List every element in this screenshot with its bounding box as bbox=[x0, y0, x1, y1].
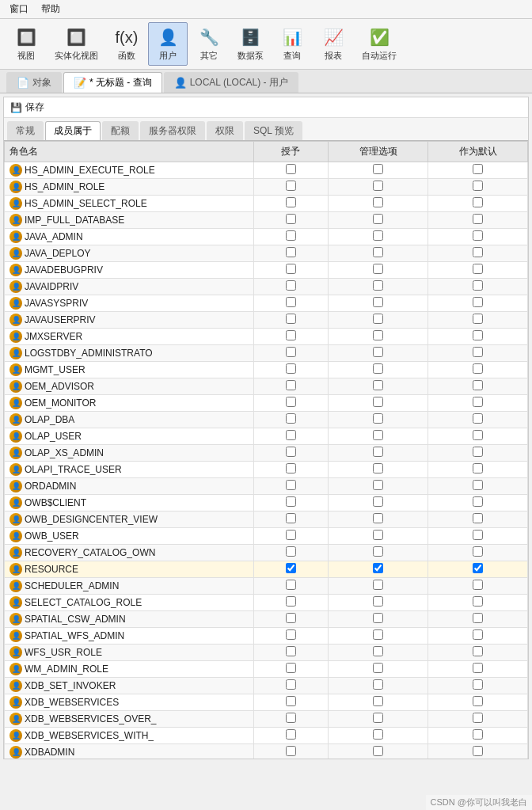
grant-checkbox[interactable] bbox=[286, 247, 296, 257]
default-checkbox[interactable] bbox=[473, 280, 483, 291]
default-checkbox[interactable] bbox=[473, 646, 483, 656]
default-checkbox[interactable] bbox=[473, 629, 483, 640]
admin-checkbox[interactable] bbox=[373, 363, 383, 374]
default-checkbox[interactable] bbox=[473, 679, 483, 690]
toolbar-btn-user[interactable]: 👤用户 bbox=[148, 22, 188, 66]
default-checkbox[interactable] bbox=[473, 247, 483, 257]
admin-checkbox[interactable] bbox=[373, 563, 383, 573]
default-checkbox[interactable] bbox=[473, 546, 483, 557]
admin-checkbox[interactable] bbox=[373, 546, 383, 557]
default-checkbox[interactable] bbox=[473, 314, 483, 324]
default-checkbox[interactable] bbox=[473, 413, 483, 424]
admin-checkbox[interactable] bbox=[373, 197, 383, 207]
grant-checkbox[interactable] bbox=[286, 181, 296, 191]
default-checkbox[interactable] bbox=[473, 380, 483, 390]
admin-checkbox[interactable] bbox=[373, 480, 383, 490]
grant-checkbox[interactable] bbox=[286, 380, 296, 390]
grant-checkbox[interactable] bbox=[286, 563, 296, 573]
grant-checkbox[interactable] bbox=[286, 230, 296, 241]
default-checkbox[interactable] bbox=[473, 663, 483, 673]
default-checkbox[interactable] bbox=[473, 530, 483, 540]
grant-checkbox[interactable] bbox=[286, 347, 296, 357]
admin-checkbox[interactable] bbox=[373, 397, 383, 407]
grant-checkbox[interactable] bbox=[286, 580, 296, 590]
subtab-config[interactable]: 配额 bbox=[102, 121, 139, 140]
admin-checkbox[interactable] bbox=[373, 181, 383, 191]
grant-checkbox[interactable] bbox=[286, 413, 296, 424]
default-checkbox[interactable] bbox=[473, 496, 483, 507]
admin-checkbox[interactable] bbox=[373, 347, 383, 357]
admin-checkbox[interactable] bbox=[373, 280, 383, 291]
toolbar-btn-function[interactable]: f(x)函数 bbox=[107, 22, 146, 66]
default-checkbox[interactable] bbox=[473, 447, 483, 457]
admin-checkbox[interactable] bbox=[373, 447, 383, 457]
grant-checkbox[interactable] bbox=[286, 546, 296, 557]
default-checkbox[interactable] bbox=[473, 430, 483, 440]
admin-checkbox[interactable] bbox=[373, 513, 383, 523]
toolbar-btn-other[interactable]: 🔧其它 bbox=[189, 22, 229, 66]
default-checkbox[interactable] bbox=[473, 330, 483, 340]
grant-checkbox[interactable] bbox=[286, 513, 296, 523]
grant-checkbox[interactable] bbox=[286, 314, 296, 324]
toolbar-btn-materialized-view[interactable]: 🔲实体化视图 bbox=[48, 22, 105, 66]
admin-checkbox[interactable] bbox=[373, 214, 383, 224]
default-checkbox[interactable] bbox=[473, 363, 483, 374]
grant-checkbox[interactable] bbox=[286, 729, 296, 740]
grant-checkbox[interactable] bbox=[286, 363, 296, 374]
admin-checkbox[interactable] bbox=[373, 596, 383, 607]
grant-checkbox[interactable] bbox=[286, 663, 296, 673]
grant-checkbox[interactable] bbox=[286, 679, 296, 690]
save-bar[interactable]: 💾 保存 bbox=[4, 97, 528, 118]
admin-checkbox[interactable] bbox=[373, 413, 383, 424]
default-checkbox[interactable] bbox=[473, 347, 483, 357]
default-checkbox[interactable] bbox=[473, 297, 483, 307]
toolbar-btn-datasource[interactable]: 🗄️数据泵 bbox=[230, 22, 271, 66]
grant-checkbox[interactable] bbox=[286, 214, 296, 224]
menu-help[interactable]: 帮助 bbox=[35, 1, 66, 17]
grant-checkbox[interactable] bbox=[286, 596, 296, 607]
default-checkbox[interactable] bbox=[473, 696, 483, 706]
admin-checkbox[interactable] bbox=[373, 314, 383, 324]
grant-checkbox[interactable] bbox=[286, 696, 296, 706]
admin-checkbox[interactable] bbox=[373, 646, 383, 656]
grant-checkbox[interactable] bbox=[286, 330, 296, 340]
subtab-general[interactable]: 常规 bbox=[7, 121, 44, 140]
admin-checkbox[interactable] bbox=[373, 713, 383, 723]
admin-checkbox[interactable] bbox=[373, 530, 383, 540]
admin-checkbox[interactable] bbox=[373, 264, 383, 274]
grant-checkbox[interactable] bbox=[286, 297, 296, 307]
subtab-sql-preview[interactable]: SQL 预览 bbox=[245, 121, 302, 140]
grant-checkbox[interactable] bbox=[286, 480, 296, 490]
grant-checkbox[interactable] bbox=[286, 447, 296, 457]
grant-checkbox[interactable] bbox=[286, 164, 296, 174]
default-checkbox[interactable] bbox=[473, 181, 483, 191]
subtab-server-priv[interactable]: 服务器权限 bbox=[140, 121, 205, 140]
grant-checkbox[interactable] bbox=[286, 397, 296, 407]
default-checkbox[interactable] bbox=[473, 729, 483, 740]
admin-checkbox[interactable] bbox=[373, 613, 383, 623]
grant-checkbox[interactable] bbox=[286, 713, 296, 723]
grant-checkbox[interactable] bbox=[286, 530, 296, 540]
default-checkbox[interactable] bbox=[473, 613, 483, 623]
toolbar-btn-report[interactable]: 📈报表 bbox=[314, 22, 353, 66]
admin-checkbox[interactable] bbox=[373, 696, 383, 706]
default-checkbox[interactable] bbox=[473, 580, 483, 590]
toolbar-btn-query[interactable]: 📊查询 bbox=[272, 22, 312, 66]
admin-checkbox[interactable] bbox=[373, 430, 383, 440]
default-checkbox[interactable] bbox=[473, 596, 483, 607]
grant-checkbox[interactable] bbox=[286, 463, 296, 473]
admin-checkbox[interactable] bbox=[373, 663, 383, 673]
default-checkbox[interactable] bbox=[473, 164, 483, 174]
default-checkbox[interactable] bbox=[473, 563, 483, 573]
default-checkbox[interactable] bbox=[473, 214, 483, 224]
grant-checkbox[interactable] bbox=[286, 646, 296, 656]
default-checkbox[interactable] bbox=[473, 230, 483, 241]
subtab-priv[interactable]: 权限 bbox=[207, 121, 243, 140]
grant-checkbox[interactable] bbox=[286, 280, 296, 291]
admin-checkbox[interactable] bbox=[373, 463, 383, 473]
default-checkbox[interactable] bbox=[473, 713, 483, 723]
default-checkbox[interactable] bbox=[473, 197, 483, 207]
tab-object[interactable]: 📄对象 bbox=[6, 72, 62, 93]
subtab-member[interactable]: 成员属于 bbox=[45, 121, 101, 140]
admin-checkbox[interactable] bbox=[373, 330, 383, 340]
